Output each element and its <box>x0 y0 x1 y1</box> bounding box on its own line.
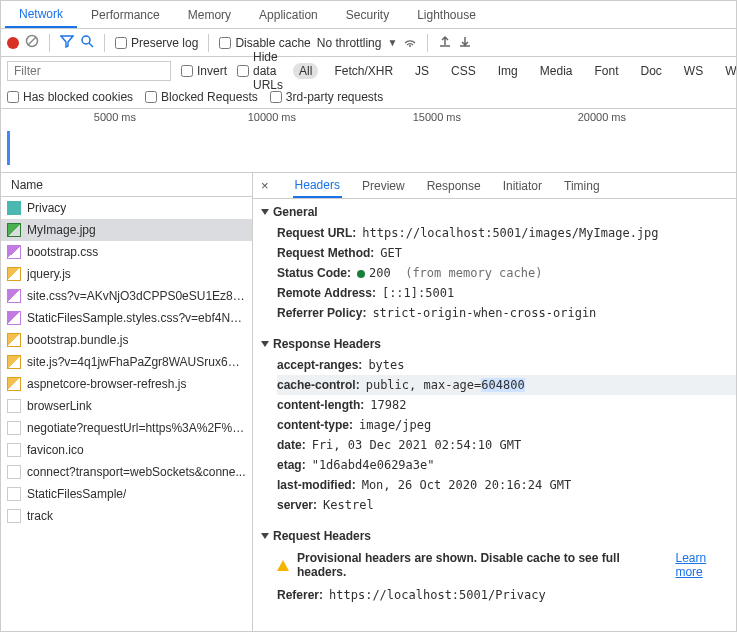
request-row[interactable]: StaticFilesSample/ <box>1 483 252 505</box>
request-row[interactable]: StaticFilesSample.styles.css?v=ebf4NvV..… <box>1 307 252 329</box>
request-name: Privacy <box>27 201 66 215</box>
request-row[interactable]: aspnetcore-browser-refresh.js <box>1 373 252 395</box>
record-button[interactable] <box>7 37 19 49</box>
learn-more-link[interactable]: Learn more <box>675 551 736 579</box>
svg-line-3 <box>89 43 93 47</box>
name-header[interactable]: Name <box>1 173 252 197</box>
request-list: Name PrivacyMyImage.jpgbootstrap.cssjque… <box>1 173 253 632</box>
request-name: favicon.ico <box>27 443 84 457</box>
request-name: StaticFilesSample/ <box>27 487 126 501</box>
filter-icon[interactable] <box>60 34 74 51</box>
search-icon[interactable] <box>80 34 94 51</box>
tab-timing[interactable]: Timing <box>562 173 602 198</box>
tab-response[interactable]: Response <box>425 173 483 198</box>
request-row[interactable]: favicon.ico <box>1 439 252 461</box>
request-row[interactable]: negotiate?requestUrl=https%3A%2F%2... <box>1 417 252 439</box>
tab-headers[interactable]: Headers <box>293 173 342 198</box>
clear-icon[interactable] <box>25 34 39 51</box>
request-name: track <box>27 509 53 523</box>
main-split: Name PrivacyMyImage.jpgbootstrap.cssjque… <box>1 173 736 632</box>
request-name: aspnetcore-browser-refresh.js <box>27 377 186 391</box>
value-content-length: 17982 <box>370 398 406 412</box>
file-type-icon <box>7 267 21 281</box>
details-panel: × Headers Preview Response Initiator Tim… <box>253 173 736 632</box>
close-icon[interactable]: × <box>261 178 269 193</box>
filter-wasm[interactable]: Wasm <box>719 63 737 79</box>
chevron-down-icon[interactable]: ▼ <box>387 37 397 48</box>
separator <box>427 34 428 52</box>
filter-css[interactable]: CSS <box>445 63 482 79</box>
upload-icon[interactable] <box>438 34 452 51</box>
file-type-icon <box>7 223 21 237</box>
section-general[interactable]: General <box>253 199 736 223</box>
tab-initiator[interactable]: Initiator <box>501 173 544 198</box>
blocked-cookies-checkbox[interactable]: Has blocked cookies <box>7 90 133 104</box>
value-request-url: https://localhost:5001/images/MyImage.jp… <box>362 226 658 240</box>
filter-font[interactable]: Font <box>588 63 624 79</box>
tab-application[interactable]: Application <box>245 1 332 28</box>
label-accept-ranges: accept-ranges: <box>277 358 362 372</box>
request-row[interactable]: jquery.js <box>1 263 252 285</box>
chevron-down-icon <box>261 341 269 347</box>
timeline-tick: 20000 ms <box>578 111 626 123</box>
file-type-icon <box>7 333 21 347</box>
label-method: Request Method: <box>277 246 374 260</box>
tab-performance[interactable]: Performance <box>77 1 174 28</box>
download-icon[interactable] <box>458 34 472 51</box>
value-etag: "1d6abd4e0629a3e" <box>312 458 435 472</box>
request-row[interactable]: connect?transport=webSockets&conne... <box>1 461 252 483</box>
value-last-modified: Mon, 26 Oct 2020 20:16:24 GMT <box>362 478 572 492</box>
throttling-select[interactable]: No throttling <box>317 36 382 50</box>
request-row[interactable]: site.css?v=AKvNjO3dCPPS0eSU1Ez8T2... <box>1 285 252 307</box>
request-row[interactable]: bootstrap.css <box>1 241 252 263</box>
request-name: browserLink <box>27 399 92 413</box>
file-type-icon <box>7 201 21 215</box>
request-row[interactable]: track <box>1 505 252 527</box>
svg-line-1 <box>28 37 36 45</box>
blocked-requests-checkbox[interactable]: Blocked Requests <box>145 90 258 104</box>
request-row[interactable]: bootstrap.bundle.js <box>1 329 252 351</box>
section-response-headers[interactable]: Response Headers <box>253 331 736 355</box>
network-toolbar: Preserve log Disable cache No throttling… <box>1 29 736 57</box>
warning-text: Provisional headers are shown. Disable c… <box>297 551 667 579</box>
request-name: site.css?v=AKvNjO3dCPPS0eSU1Ez8T2... <box>27 289 246 303</box>
tab-lighthouse[interactable]: Lighthouse <box>403 1 490 28</box>
file-type-icon <box>7 421 21 435</box>
value-status: 200 (from memory cache) <box>357 266 542 280</box>
label-cache-control: cache-control: <box>277 378 360 392</box>
request-row[interactable]: site.js?v=4q1jwFhaPaZgr8WAUSrux6hA... <box>1 351 252 373</box>
filter-all[interactable]: All <box>293 63 318 79</box>
disable-cache-checkbox[interactable]: Disable cache <box>219 36 310 50</box>
filter-img[interactable]: Img <box>492 63 524 79</box>
filter-doc[interactable]: Doc <box>634 63 667 79</box>
filter-input[interactable] <box>7 61 171 81</box>
tab-preview[interactable]: Preview <box>360 173 407 198</box>
third-party-checkbox[interactable]: 3rd-party requests <box>270 90 383 104</box>
section-request-headers[interactable]: Request Headers <box>253 523 736 547</box>
file-type-icon <box>7 355 21 369</box>
timeline[interactable]: 5000 ms 10000 ms 15000 ms 20000 ms <box>1 109 736 173</box>
separator <box>104 34 105 52</box>
tab-network[interactable]: Network <box>5 1 77 28</box>
label-server: server: <box>277 498 317 512</box>
label-referer: Referer: <box>277 588 323 602</box>
filter-bar: Invert Hide data URLs All Fetch/XHR JS C… <box>1 57 736 85</box>
filter-media[interactable]: Media <box>534 63 579 79</box>
invert-checkbox[interactable]: Invert <box>181 64 227 78</box>
filter-fetch[interactable]: Fetch/XHR <box>328 63 399 79</box>
preserve-log-checkbox[interactable]: Preserve log <box>115 36 198 50</box>
request-row[interactable]: browserLink <box>1 395 252 417</box>
status-dot-icon <box>357 270 365 278</box>
filter-ws[interactable]: WS <box>678 63 709 79</box>
label-request-url: Request URL: <box>277 226 356 240</box>
request-row[interactable]: MyImage.jpg <box>1 219 252 241</box>
separator <box>49 34 50 52</box>
request-name: StaticFilesSample.styles.css?v=ebf4NvV..… <box>27 311 246 325</box>
hide-data-urls-checkbox[interactable]: Hide data URLs <box>237 50 283 92</box>
filter-js[interactable]: JS <box>409 63 435 79</box>
tab-security[interactable]: Security <box>332 1 403 28</box>
network-conditions-icon[interactable] <box>403 34 417 51</box>
request-row[interactable]: Privacy <box>1 197 252 219</box>
request-name: bootstrap.css <box>27 245 98 259</box>
tab-memory[interactable]: Memory <box>174 1 245 28</box>
